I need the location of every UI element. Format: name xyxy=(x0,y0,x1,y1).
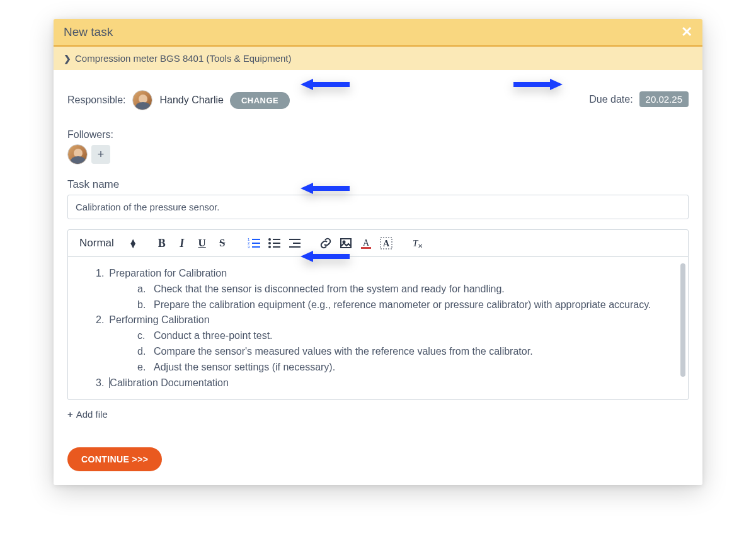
svg-point-10 xyxy=(268,238,271,241)
svg-point-12 xyxy=(268,246,271,248)
list-item: 2.Performing Calibration xyxy=(77,312,672,328)
close-icon[interactable]: ✕ xyxy=(681,25,692,39)
ordered-list-button[interactable]: 123 xyxy=(247,236,261,250)
due-date-label: Due date: xyxy=(589,94,633,105)
followers-list: + xyxy=(67,144,689,164)
new-task-modal: New task ✕ ❯ Compression meter BGS 8401 … xyxy=(54,19,702,485)
avatar[interactable] xyxy=(132,90,152,110)
list-sub-item: a.Check that the sensor is disconnected … xyxy=(77,282,672,297)
followers-label: Followers: xyxy=(67,129,689,140)
due-date-value[interactable]: 20.02.25 xyxy=(639,91,689,107)
breadcrumb[interactable]: ❯ Compression meter BGS 8401 (Tools & Eq… xyxy=(54,47,702,70)
svg-text:3: 3 xyxy=(248,245,250,249)
paragraph-style-select[interactable]: Normal ▲▼ xyxy=(79,237,137,249)
annotation-arrow xyxy=(301,181,350,195)
svg-marker-1 xyxy=(513,79,563,90)
modal-header: New task ✕ xyxy=(54,19,702,47)
modal-body: Responsible: Handy Charlie CHANGE Due da… xyxy=(54,70,702,485)
svg-rect-22 xyxy=(361,247,371,249)
annotation-arrow xyxy=(301,77,350,91)
editor-toolbar: Normal ▲▼ B I U S 123 xyxy=(68,230,688,257)
clear-format-button[interactable]: T✕ xyxy=(411,236,425,250)
svg-rect-19 xyxy=(341,239,351,248)
responsible-name: Handy Charlie xyxy=(160,95,224,106)
underline-button[interactable]: U xyxy=(195,236,209,250)
unordered-list-button[interactable] xyxy=(267,236,281,250)
list-sub-item: e.Adjust the sensor settings (if necessa… xyxy=(77,360,672,375)
indent-button[interactable] xyxy=(287,236,301,250)
list-sub-item: b.Prepare the calibration equipment (e.g… xyxy=(77,297,672,313)
list-sub-item: d.Compare the sensor's measured values w… xyxy=(77,344,672,360)
responsible-label: Responsible: xyxy=(67,95,126,106)
svg-text:A: A xyxy=(363,238,370,248)
task-name-label: Task name xyxy=(67,178,689,191)
modal-title: New task xyxy=(64,25,113,39)
svg-text:✕: ✕ xyxy=(418,243,423,249)
svg-text:A: A xyxy=(383,239,390,248)
sort-icon: ▲▼ xyxy=(129,239,137,248)
add-file-button[interactable]: + Add file xyxy=(67,409,689,420)
link-button[interactable] xyxy=(319,236,333,250)
svg-point-11 xyxy=(268,242,271,244)
breadcrumb-text: Compression meter BGS 8401 (Tools & Equi… xyxy=(75,53,291,64)
strikethrough-button[interactable]: S xyxy=(215,236,229,250)
image-button[interactable] xyxy=(339,236,353,250)
rich-text-editor: Normal ▲▼ B I U S 123 xyxy=(67,229,689,400)
text-color-button[interactable]: A xyxy=(359,236,373,250)
add-follower-button[interactable]: + xyxy=(91,145,110,164)
svg-marker-0 xyxy=(301,79,350,90)
followers-section: Followers: + xyxy=(67,129,689,164)
chevron-right-icon: ❯ xyxy=(64,54,71,64)
due-date-row: Due date: 20.02.25 xyxy=(589,91,689,107)
bold-button[interactable]: B xyxy=(155,236,169,250)
plus-icon: + xyxy=(67,409,73,420)
list-item: 1.Preparation for Calibration xyxy=(77,266,672,282)
continue-button[interactable]: CONTINUE >>> xyxy=(67,447,162,471)
annotation-arrow xyxy=(513,77,563,91)
editor-content[interactable]: 1.Preparation for Calibrationa.Check tha… xyxy=(68,257,688,399)
highlight-button[interactable]: A xyxy=(379,236,393,250)
italic-button[interactable]: I xyxy=(175,236,189,250)
change-button[interactable]: CHANGE xyxy=(230,92,290,109)
task-name-input[interactable] xyxy=(67,195,689,219)
list-sub-item: c.Conduct a three-point test. xyxy=(77,328,672,344)
avatar[interactable] xyxy=(67,144,88,164)
list-item: 3.Calibration Documentation xyxy=(77,375,672,391)
svg-marker-2 xyxy=(301,183,350,194)
scrollbar[interactable] xyxy=(680,263,685,377)
